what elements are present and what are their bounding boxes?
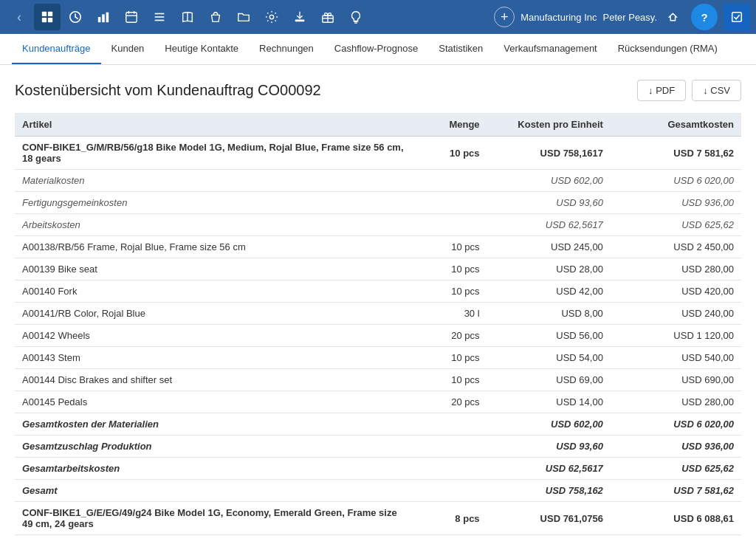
cell-qty	[414, 170, 487, 192]
nav-kundenauftraege[interactable]: Kundenaufträge	[12, 34, 101, 64]
cell-qty	[414, 192, 487, 214]
table-header-row: Artikel Menge Kosten pro Einheit Gesamtk…	[15, 113, 741, 137]
cell-total-cost: USD 280,00	[611, 391, 741, 413]
svg-point-16	[269, 15, 273, 18]
nav-ruecksendungen[interactable]: Rücksendungen (RMA)	[608, 34, 728, 64]
cell-qty: 10 pcs	[414, 369, 487, 391]
cell-article: A00139 Bike seat	[15, 258, 414, 281]
pdf-button[interactable]: ↓ PDF	[637, 80, 686, 101]
cell-article: Gesamtkosten der Materialien	[15, 413, 414, 436]
cell-qty	[414, 436, 487, 458]
cell-total-cost: USD 936,00	[611, 436, 741, 458]
svg-rect-1	[48, 12, 52, 16]
col-header-qty: Menge	[414, 113, 487, 137]
cell-total-cost: USD 7 581,62	[611, 480, 741, 502]
table-row: A00142 Wheels20 pcsUSD 56,00USD 1 120,00	[15, 325, 741, 347]
cell-unit-cost: USD 93,60	[487, 436, 611, 458]
nav-rechnungen[interactable]: Rechnungen	[249, 34, 324, 64]
cell-unit-cost: USD 42,00	[487, 281, 611, 303]
table-row: CONF-BIKE1_G/M/RB/56/g18 Bike Model 1G, …	[15, 137, 741, 170]
cell-qty: 10 pcs	[414, 236, 487, 258]
nav-kunden[interactable]: Kunden	[101, 34, 155, 64]
user-name: Peter Peasy.	[603, 12, 657, 23]
download-icon[interactable]	[286, 4, 313, 30]
cell-unit-cost: USD 758,1617	[487, 137, 611, 170]
cell-qty: 8 pcs	[414, 502, 487, 535]
cell-article: A00142 Wheels	[15, 325, 414, 347]
cell-unit-cost: USD 54,00	[487, 347, 611, 369]
table-row: FertigungsgemeinkostenUSD 93,60USD 936,0…	[15, 192, 741, 214]
add-button[interactable]: +	[494, 7, 515, 27]
clock-icon[interactable]	[62, 4, 89, 30]
cell-total-cost: USD 6 020,00	[611, 413, 741, 436]
cell-total-cost: USD 7 581,62	[611, 137, 741, 170]
cell-total-cost: USD 6 088,61	[611, 502, 741, 535]
table-row: A00145 Pedals20 pcsUSD 14,00USD 280,00	[15, 391, 741, 413]
second-nav: Kundenaufträge Kunden Heutige Kontakte R…	[0, 34, 756, 65]
cell-qty	[414, 480, 487, 502]
nav-cashflow[interactable]: Cashflow-Prognose	[324, 34, 428, 64]
header-buttons: ↓ PDF ↓ CSV	[637, 80, 741, 101]
svg-rect-8	[126, 13, 137, 23]
cell-total-cost: USD 6 020,00	[611, 170, 741, 192]
cell-qty: 10 pcs	[414, 258, 487, 281]
cell-qty: 20 pcs	[414, 391, 487, 413]
cell-total-cost: USD 280,00	[611, 258, 741, 281]
cell-qty: 10 pcs	[414, 137, 487, 170]
cell-unit-cost: USD 602,00	[487, 413, 611, 436]
table-row: GesamtUSD 758,162USD 7 581,62	[15, 480, 741, 502]
help-icon[interactable]: ?	[691, 4, 718, 30]
cell-unit-cost: USD 245,00	[487, 236, 611, 258]
gear-icon[interactable]	[258, 4, 285, 30]
cell-unit-cost: USD 69,00	[487, 369, 611, 391]
cell-total-cost: USD 625,62	[611, 458, 741, 480]
calendar-icon[interactable]	[118, 4, 145, 30]
cell-article: A00145 Pedals	[15, 391, 414, 413]
nav-statistiken[interactable]: Statistiken	[428, 34, 493, 64]
svg-rect-23	[732, 13, 742, 22]
cell-qty: 10 pcs	[414, 347, 487, 369]
gift-icon[interactable]	[315, 4, 341, 30]
top-bar-right: + Manufacturing Inc Peter Peasy. ?	[494, 4, 750, 30]
cell-unit-cost: USD 93,60	[487, 192, 611, 214]
page-header: Kostenübersicht vom Kundenauftrag CO0009…	[15, 80, 741, 101]
table-row: A00144 Disc Brakes and shifter set10 pcs…	[15, 369, 741, 391]
back-button[interactable]: ‹	[6, 4, 32, 30]
top-bar: ‹	[0, 0, 756, 34]
cost-table: Artikel Menge Kosten pro Einheit Gesamtk…	[15, 113, 741, 535]
nav-verkaufsmanagement[interactable]: Verkaufsmanagement	[493, 34, 607, 64]
cell-unit-cost: USD 62,5617	[487, 458, 611, 480]
table-row: A00139 Bike seat10 pcsUSD 28,00USD 280,0…	[15, 258, 741, 281]
table-row: ArbeitskostenUSD 62,5617USD 625,62	[15, 214, 741, 236]
bag-icon[interactable]	[202, 4, 229, 30]
svg-rect-5	[98, 17, 101, 22]
share-icon[interactable]	[663, 6, 685, 28]
col-header-unit-cost: Kosten pro Einheit	[487, 113, 611, 137]
cell-unit-cost: USD 758,162	[487, 480, 611, 502]
cell-total-cost: USD 240,00	[611, 303, 741, 325]
cell-unit-cost: USD 602,00	[487, 170, 611, 192]
folder-icon[interactable]	[230, 4, 257, 30]
nav-heutige-kontakte[interactable]: Heutige Kontakte	[154, 34, 249, 64]
table-row: A00140 Fork10 pcsUSD 42,00USD 420,00	[15, 281, 741, 303]
cell-article: CONF-BIKE1_G/M/RB/56/g18 Bike Model 1G, …	[15, 137, 414, 170]
cell-article: A00143 Stem	[15, 347, 414, 369]
cell-qty	[414, 458, 487, 480]
book-icon[interactable]	[174, 4, 201, 30]
bar-chart-icon[interactable]	[90, 4, 117, 30]
table-row: A00141/RB Color, Rojal Blue30 lUSD 8,00U…	[15, 303, 741, 325]
cell-article: A00144 Disc Brakes and shifter set	[15, 369, 414, 391]
home-icon[interactable]	[34, 4, 61, 30]
list-icon[interactable]	[146, 4, 173, 30]
cell-total-cost: USD 420,00	[611, 281, 741, 303]
cell-qty	[414, 413, 487, 436]
checklist-icon[interactable]	[724, 4, 750, 30]
cell-article: Gesamtzuschlag Produktion	[15, 436, 414, 458]
cell-total-cost: USD 1 120,00	[611, 325, 741, 347]
table-row: A00138/RB/56 Frame, Rojal Blue, Frame si…	[15, 236, 741, 258]
cell-unit-cost: USD 14,00	[487, 391, 611, 413]
cell-article: Materialkosten	[15, 170, 414, 192]
bulb-icon[interactable]	[343, 4, 369, 30]
table-row: CONF-BIKE1_G/E/EG/49/g24 Bike Model 1G, …	[15, 502, 741, 535]
csv-button[interactable]: ↓ CSV	[692, 80, 741, 101]
